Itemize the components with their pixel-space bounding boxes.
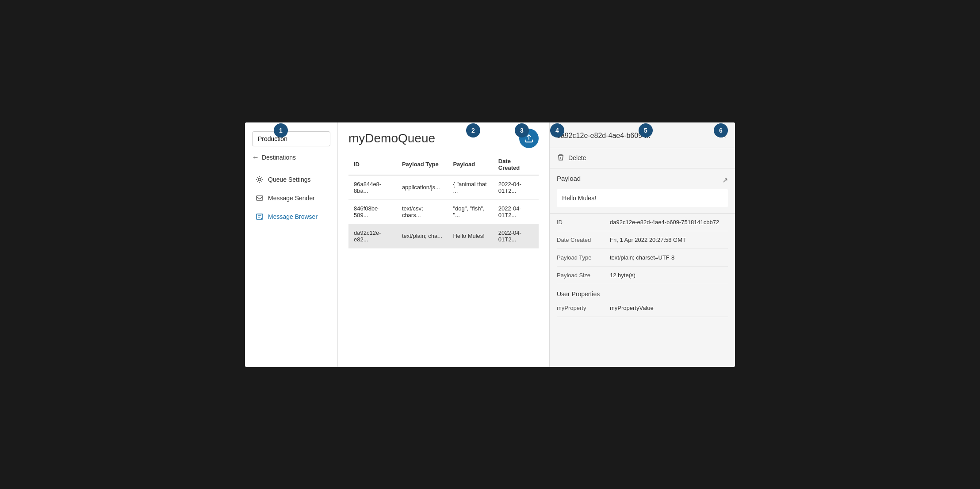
back-link[interactable]: ← Destinations — [252, 153, 330, 161]
payload-section: Payload ↗ Hello Mules! — [550, 168, 735, 214]
row2-payload: "dog", "fish", "... — [448, 199, 493, 224]
publish-button[interactable] — [519, 129, 539, 148]
detail-props: ID da92c12e-e82d-4ae4-b609-7518141cbb72 … — [550, 214, 735, 317]
sidebar-item-message-browser[interactable]: Message Browser — [252, 209, 330, 224]
destinations-label: Destinations — [262, 154, 296, 161]
messages-table: ID Payload Type Payload Date Created 96a… — [348, 154, 539, 248]
table-row[interactable]: 846f08be-589... text/csv; chars... "dog"… — [348, 199, 539, 224]
prop-id: ID da92c12e-e82d-4ae4-b609-7518141cbb72 — [557, 214, 728, 231]
detail-panel: da92c12e-e82d-4ae4-b609-... × Delete — [549, 122, 735, 367]
env-button[interactable]: Production — [252, 131, 330, 146]
prop-payload-size: Payload Size 12 byte(s) — [557, 267, 728, 284]
row1-payload: { "animal that ... — [448, 175, 493, 200]
expand-button[interactable]: ↗ — [722, 176, 728, 184]
row1-payload-type: application/js... — [397, 175, 448, 200]
message-browser-label: Message Browser — [268, 213, 318, 220]
sidebar-item-queue-settings[interactable]: Queue Settings — [252, 172, 330, 187]
table-row[interactable]: 96a844e8-8ba... application/js... { "ani… — [348, 175, 539, 200]
detail-body: Payload ↗ Hello Mules! ID da92c12e-e82d-… — [550, 168, 735, 367]
delete-button[interactable]: Delete — [557, 153, 586, 163]
col-id: ID — [348, 154, 397, 175]
message-browser-icon — [256, 213, 264, 221]
row2-payload-type: text/csv; chars... — [397, 199, 448, 224]
close-button[interactable]: × — [720, 130, 728, 142]
prop-date-created: Date Created Fri, 1 Apr 2022 20:27:58 GM… — [557, 231, 728, 249]
svg-rect-1 — [256, 196, 263, 200]
payload-section-label: Payload — [557, 175, 581, 182]
main-content: myDemoQueue ID Payload Type Payload Date… — [338, 122, 549, 367]
row3-id: da92c12e-e82... — [348, 224, 397, 248]
prop-id-label: ID — [557, 219, 610, 225]
sidebar: Production ← Destinations Queue Settings… — [245, 122, 338, 367]
row1-id: 96a844e8-8ba... — [348, 175, 397, 200]
prop-ptype-value: text/plain; charset=UTF-8 — [610, 254, 674, 261]
row3-date: 2022-04-01T2... — [493, 224, 539, 248]
prop-payload-type: Payload Type text/plain; charset=UTF-8 — [557, 249, 728, 267]
prop-ptype-label: Payload Type — [557, 254, 610, 261]
col-payload: Payload — [448, 154, 493, 175]
settings-icon — [256, 176, 264, 183]
col-date-created: Date Created — [493, 154, 539, 175]
message-sender-label: Message Sender — [268, 195, 315, 202]
row2-date: 2022-04-01T2... — [493, 199, 539, 224]
message-sender-icon — [256, 194, 264, 202]
row2-id: 846f08be-589... — [348, 199, 397, 224]
row3-payload: Hello Mules! — [448, 224, 493, 248]
user-properties-heading: User Properties — [557, 284, 728, 299]
queue-settings-label: Queue Settings — [268, 176, 311, 183]
queue-title: myDemoQueue — [348, 131, 539, 145]
prop-psize-value: 12 byte(s) — [610, 272, 635, 279]
row3-payload-type: text/plain; cha... — [397, 224, 448, 248]
detail-actions: Delete — [550, 148, 735, 168]
payload-content: Hello Mules! — [557, 189, 728, 207]
detail-title: da92c12e-e82d-4ae4-b609-... — [557, 132, 651, 140]
prop-id-value: da92c12e-e82d-4ae4-b609-7518141cbb72 — [610, 219, 719, 225]
prop-psize-label: Payload Size — [557, 272, 610, 279]
user-prop-row: myProperty myPropertyValue — [557, 299, 728, 317]
svg-point-0 — [258, 178, 261, 181]
detail-header: da92c12e-e82d-4ae4-b609-... × — [550, 122, 735, 148]
app-container: Production ← Destinations Queue Settings… — [245, 122, 735, 367]
user-prop-label: myProperty — [557, 305, 610, 311]
publish-icon — [524, 134, 534, 143]
col-payload-type: Payload Type — [397, 154, 448, 175]
user-prop-value: myPropertyValue — [610, 305, 654, 311]
prop-date-label: Date Created — [557, 237, 610, 243]
prop-date-value: Fri, 1 Apr 2022 20:27:58 GMT — [610, 237, 686, 243]
sidebar-item-message-sender[interactable]: Message Sender — [252, 191, 330, 206]
back-arrow-icon: ← — [252, 153, 259, 161]
delete-label: Delete — [568, 154, 586, 161]
row1-date: 2022-04-01T2... — [493, 175, 539, 200]
table-header-row: ID Payload Type Payload Date Created — [348, 154, 539, 175]
trash-icon — [557, 153, 565, 163]
table-row[interactable]: da92c12e-e82... text/plain; cha... Hello… — [348, 224, 539, 248]
